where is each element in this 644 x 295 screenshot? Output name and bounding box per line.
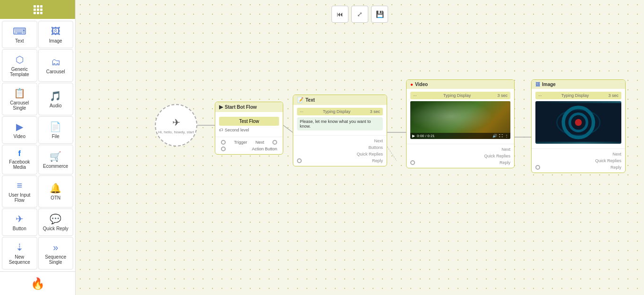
text-next-label[interactable]: Next <box>374 139 383 143</box>
fullscreen-icon[interactable]: ⛶ <box>499 134 503 138</box>
text-quick-replies-label[interactable]: Quick Replies <box>356 152 383 156</box>
sidebar-ecommerce-label: Ecommerce <box>43 164 68 169</box>
image-next-label[interactable]: Next <box>612 152 621 156</box>
button-icon: ✈ <box>16 213 24 225</box>
save-button[interactable]: 💾 <box>371 6 388 23</box>
video-controls: ▶ 0:00 / 0:21 🔊 ⛶ ⋮ <box>410 133 510 139</box>
video-quick-replies-label[interactable]: Quick Replies <box>484 154 510 158</box>
video-more-icon[interactable]: ⋮ <box>505 134 508 138</box>
file-icon: 📄 <box>50 121 61 132</box>
keyboard-icon: ⌨ <box>13 26 26 37</box>
action-connector <box>221 147 226 151</box>
image-node-icon: 🖼 <box>535 82 540 87</box>
video-footer-row1: Next <box>410 146 510 153</box>
bot-flow-action-row: Action Button <box>219 146 279 152</box>
sidebar-quick-reply-label: Quick Reply <box>43 226 68 231</box>
video-reply-connector <box>410 160 415 165</box>
tag-icon: 🏷 <box>219 128 223 132</box>
text-reply-label[interactable]: Reply <box>372 158 383 163</box>
sidebar-footer: 🔥 <box>0 271 75 295</box>
video-node-header: ● Video <box>407 80 514 89</box>
sidebar-item-facebook-media[interactable]: f Facebook Media <box>2 145 37 174</box>
sidebar-video-label: Video <box>14 134 25 139</box>
sidebar-facebook-media-label: Facebook Media <box>4 159 35 170</box>
text-node[interactable]: 📝 Text ··· Typing Display 3 sec Please, … <box>293 95 387 166</box>
canvas[interactable]: ⏮ ⤢ 💾 ✈ Hi, hello, howdy, start ▶ Start … <box>76 0 644 295</box>
carousel-single-icon: 📋 <box>14 87 25 99</box>
image-reply-row: Reply <box>535 164 621 171</box>
image-node-title: Image <box>542 82 556 87</box>
sidebar-item-otn[interactable]: 🔔 OTN <box>38 175 74 208</box>
sidebar-text-label: Text <box>15 38 24 43</box>
text-message: Please, let me know what you want to kno… <box>297 117 383 130</box>
video-reply-label[interactable]: Reply <box>500 160 510 165</box>
text-node-body: ··· Typing Display 3 sec Please, let me … <box>293 105 387 135</box>
sidebar-item-ecommerce[interactable]: 🛒 Ecommerce <box>38 145 74 174</box>
toolbar: ⏮ ⤢ 💾 <box>331 6 388 23</box>
image-quick-replies-label[interactable]: Quick Replies <box>595 158 621 163</box>
carousel-icon: 🗂 <box>51 57 60 68</box>
sidebar-item-file[interactable]: 📄 File <box>38 116 74 144</box>
svg-point-8 <box>575 119 582 126</box>
reset-button[interactable]: ⏮ <box>331 6 348 23</box>
sidebar-item-text[interactable]: ⌨ Text <box>2 21 37 48</box>
video-typing-bar: ··· Typing Display 3 sec <box>410 92 510 99</box>
sidebar-item-carousel[interactable]: 🗂 Carousel <box>38 49 74 82</box>
image-icon: 🖼 <box>51 26 60 37</box>
text-buttons-label[interactable]: Buttons <box>368 145 383 150</box>
text-node-title: Text <box>305 97 315 103</box>
sidebar: ⌨ Text 🖼 Image ⬡ Generic Template 🗂 Caro… <box>0 0 76 295</box>
sidebar-item-quick-reply[interactable]: 💬 Quick Reply <box>38 208 74 236</box>
image-typing-dots: ··· <box>538 93 542 98</box>
sidebar-item-sequence-single[interactable]: » Sequence Single <box>38 237 74 269</box>
image-typing-sec: 3 sec <box>608 93 619 98</box>
sidebar-image-label: Image <box>49 38 62 43</box>
bot-flow-footer: Trigger Next Action Button <box>215 137 283 154</box>
sidebar-user-input-flow-label: User Input Flow <box>4 192 35 203</box>
bot-flow-header: ▶ Start Bot Flow <box>215 102 283 112</box>
text-typing-dots: ··· <box>300 109 304 114</box>
new-sequence-icon: ⇣ <box>16 242 24 253</box>
text-footer-row1: Next <box>297 138 383 144</box>
audio-icon: 🎵 <box>50 90 61 102</box>
sidebar-header <box>0 0 75 19</box>
sidebar-item-user-input-flow[interactable]: ≡ User Input Flow <box>2 175 37 208</box>
sidebar-carousel-single-label: Carousel Single <box>4 100 35 111</box>
action-label: Action Button <box>252 147 277 151</box>
image-footer-row1: Next <box>535 151 621 157</box>
image-thumbnail <box>535 101 621 144</box>
video-node-footer: Next Quick Replies Reply <box>407 144 514 168</box>
ecommerce-icon: 🛒 <box>50 151 61 162</box>
bot-flow-name: Test Flow <box>219 117 279 126</box>
sidebar-item-video[interactable]: ▶ Video <box>2 116 37 144</box>
image-reply-label[interactable]: Reply <box>610 165 621 170</box>
image-node[interactable]: 🖼 Image ··· Typing Display 3 sec <box>531 79 626 173</box>
start-node[interactable]: ✈ Hi, hello, howdy, start <box>155 104 197 147</box>
image-node-body: ··· Typing Display 3 sec <box>532 89 625 148</box>
play-icon[interactable]: ▶ <box>412 134 415 138</box>
sidebar-item-button[interactable]: ✈ Button <box>2 208 37 236</box>
trigger-connector <box>221 140 226 145</box>
volume-icon[interactable]: 🔊 <box>492 134 497 138</box>
sidebar-item-audio[interactable]: 🎵 Audio <box>38 83 74 115</box>
bot-flow-body: Test Flow 🏷 Second level <box>215 112 283 137</box>
text-footer-row3: Quick Replies <box>297 151 383 157</box>
text-node-icon: 📝 <box>297 97 304 103</box>
video-node[interactable]: ● Video ··· Typing Display 3 sec ▶ 0:00 … <box>406 79 515 168</box>
bot-flow-node[interactable]: ▶ Start Bot Flow Test Flow 🏷 Second leve… <box>215 102 283 155</box>
sidebar-item-image[interactable]: 🖼 Image <box>38 21 74 48</box>
sidebar-item-carousel-single[interactable]: 📋 Carousel Single <box>2 83 37 115</box>
sidebar-file-label: File <box>52 134 59 139</box>
fit-button[interactable]: ⤢ <box>351 6 368 23</box>
video-icon: ▶ <box>16 121 23 132</box>
sidebar-grid: ⌨ Text 🖼 Image ⬡ Generic Template 🗂 Caro… <box>0 19 75 271</box>
text-reply-connector <box>297 158 302 163</box>
video-next-label[interactable]: Next <box>501 147 510 152</box>
text-footer-row2: Buttons <box>297 144 383 151</box>
next-label: Next <box>255 140 264 145</box>
sidebar-item-new-sequence[interactable]: ⇣ New Sequence <box>2 237 37 269</box>
video-record-icon: ● <box>410 82 413 87</box>
sidebar-otn-label: OTN <box>51 195 60 200</box>
sidebar-item-generic-template[interactable]: ⬡ Generic Template <box>2 49 37 82</box>
image-typing-bar: ··· Typing Display 3 sec <box>535 92 621 99</box>
